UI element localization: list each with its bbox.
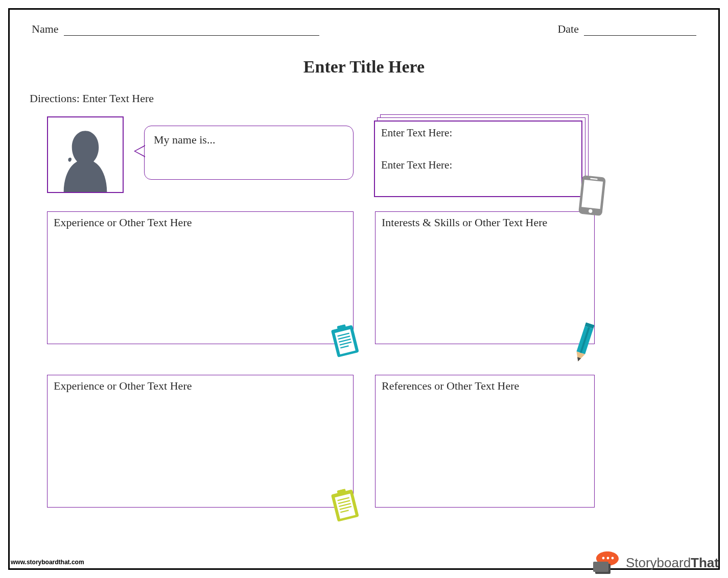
svg-point-28 bbox=[612, 557, 614, 560]
contact-box-front[interactable]: Enter Text Here: Enter Text Here: bbox=[374, 121, 582, 197]
references-label: References or Other Text Here bbox=[382, 379, 519, 392]
avatar-silhouette-icon bbox=[48, 117, 123, 192]
contact-line-1[interactable]: Enter Text Here: bbox=[381, 127, 575, 139]
date-label: Date bbox=[557, 22, 579, 36]
interests-box[interactable]: Interests & Skills or Other Text Here bbox=[375, 211, 595, 344]
brand-logo: StoryboardThat bbox=[593, 550, 719, 575]
contact-box-stack[interactable]: Enter Text Here: Enter Text Here: bbox=[374, 114, 589, 196]
phone-icon bbox=[577, 175, 607, 217]
speech-bubble[interactable]: My name is... bbox=[144, 126, 354, 180]
experience-box-2[interactable]: Experience or Other Text Here bbox=[47, 375, 354, 508]
svg-point-26 bbox=[602, 557, 605, 560]
name-field[interactable]: Name bbox=[32, 22, 319, 36]
content-grid: My name is... Enter Text Here: Enter Tex… bbox=[28, 114, 700, 533]
storyboard-that-icon bbox=[593, 550, 623, 575]
brand-text-thin: Storyboard bbox=[626, 555, 691, 570]
date-field[interactable]: Date bbox=[557, 22, 696, 36]
references-box[interactable]: References or Other Text Here bbox=[375, 375, 595, 508]
interests-label: Interests & Skills or Other Text Here bbox=[382, 216, 547, 229]
experience-box-1[interactable]: Experience or Other Text Here bbox=[47, 211, 354, 344]
name-blank-line[interactable] bbox=[64, 26, 319, 36]
clipboard-icon bbox=[328, 322, 361, 359]
experience-1-label: Experience or Other Text Here bbox=[54, 216, 192, 229]
svg-rect-2 bbox=[581, 180, 603, 209]
brand-text: StoryboardThat bbox=[626, 555, 719, 571]
directions-text[interactable]: Directions: Enter Text Here bbox=[30, 92, 700, 105]
date-blank-line[interactable] bbox=[584, 26, 696, 36]
name-label: Name bbox=[32, 22, 59, 36]
page-title[interactable]: Enter Title Here bbox=[28, 57, 700, 77]
svg-rect-30 bbox=[593, 562, 608, 572]
svg-point-27 bbox=[607, 557, 609, 560]
clipboard-icon bbox=[328, 487, 361, 523]
contact-line-2[interactable]: Enter Text Here: bbox=[381, 159, 575, 172]
header-row: Name Date bbox=[28, 22, 700, 36]
speech-text: My name is... bbox=[154, 133, 215, 146]
experience-2-label: Experience or Other Text Here bbox=[54, 379, 192, 392]
footer-url: www.storyboardthat.com bbox=[11, 559, 84, 566]
brand-text-bold: That bbox=[691, 555, 719, 570]
avatar-box[interactable] bbox=[47, 116, 124, 193]
page: Name Date Enter Title Here Directions: E… bbox=[0, 0, 728, 578]
worksheet-frame: Name Date Enter Title Here Directions: E… bbox=[8, 8, 720, 570]
